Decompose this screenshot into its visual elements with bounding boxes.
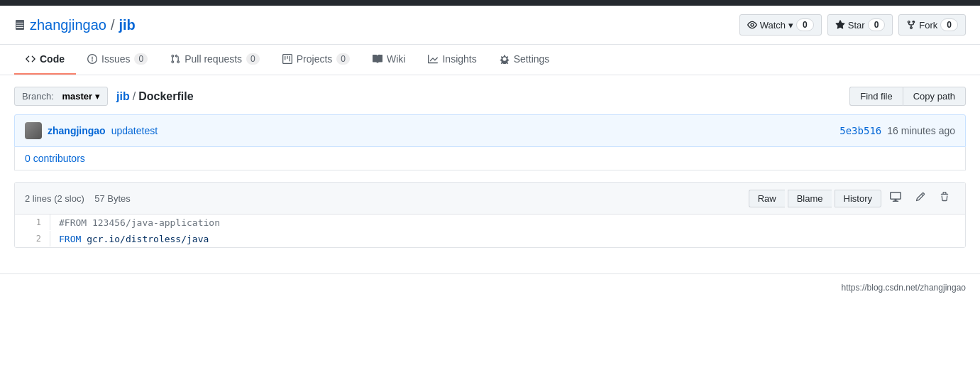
file-lines-info: 2 lines (2 sloc)	[25, 193, 84, 204]
commit-section: zhangjingao updatetest 5e3b516 16 minute…	[14, 114, 966, 170]
find-file-button[interactable]: Find file	[849, 87, 903, 106]
line-num-2: 2	[15, 231, 50, 246]
breadcrumb-buttons: Find file Copy path	[849, 87, 966, 106]
repo-header: zhangjingao / jib Watch ▾ 0 Star 0 Fork …	[0, 6, 980, 45]
display-icon-button[interactable]	[884, 188, 907, 208]
repo-title: zhangjingao / jib	[14, 17, 136, 33]
commit-message[interactable]: updatetest	[111, 125, 158, 136]
trash-icon	[940, 192, 949, 202]
star-icon	[835, 20, 845, 30]
pull-requests-icon	[170, 54, 180, 64]
eye-icon	[747, 20, 757, 30]
breadcrumb-row: Branch: master ▾ jib / Dockerfile Find f…	[14, 87, 966, 106]
copy-path-button[interactable]: Copy path	[903, 87, 966, 106]
settings-icon	[500, 54, 510, 64]
projects-badge: 0	[336, 53, 350, 65]
insights-icon	[428, 54, 438, 64]
commit-right: 5e3b516 16 minutes ago	[839, 125, 955, 136]
watch-count: 0	[796, 18, 814, 31]
fork-label: Fork	[919, 20, 937, 31]
avatar	[25, 122, 42, 139]
line-content-2: FROM gcr.io/distroless/java	[50, 231, 217, 247]
branch-name: master	[62, 91, 92, 102]
tab-issues-label: Issues	[101, 53, 130, 65]
top-navigation-bar	[0, 0, 980, 6]
code-icon	[26, 54, 35, 64]
file-size: 57 Bytes	[94, 193, 131, 204]
history-button[interactable]: History	[835, 190, 881, 207]
commit-time: 16 minutes ago	[887, 125, 955, 136]
issues-badge: 0	[134, 53, 148, 65]
branch-chevron-icon: ▾	[95, 91, 100, 102]
tab-pull-requests[interactable]: Pull requests 0	[159, 45, 271, 75]
breadcrumb-path: jib / Dockerfile	[116, 90, 194, 103]
branch-selector[interactable]: Branch: master ▾	[14, 87, 108, 106]
tab-issues[interactable]: Issues 0	[76, 45, 159, 75]
tab-wiki-label: Wiki	[387, 53, 405, 65]
tab-code[interactable]: Code	[14, 45, 76, 75]
fork-count: 0	[940, 18, 958, 31]
star-button[interactable]: Star 0	[827, 14, 893, 36]
tab-settings[interactable]: Settings	[488, 45, 561, 75]
commit-author[interactable]: zhangjingao	[48, 125, 106, 136]
repo-owner[interactable]: zhangjingao	[30, 17, 106, 33]
fork-icon	[906, 20, 916, 30]
line-content-1: #FROM 123456/java-application	[50, 215, 229, 231]
tab-pr-label: Pull requests	[185, 53, 242, 65]
repo-separator: /	[111, 17, 115, 33]
tab-settings-label: Settings	[514, 53, 550, 65]
tab-projects-label: Projects	[297, 53, 333, 65]
book-icon	[14, 19, 26, 31]
delete-button[interactable]	[934, 189, 955, 207]
commit-hash[interactable]: 5e3b516	[839, 125, 881, 136]
contributors-link[interactable]: 0 contributors	[25, 153, 85, 164]
wiki-icon	[373, 54, 382, 64]
tab-insights-label: Insights	[442, 53, 476, 65]
watch-dropdown-icon: ▾	[788, 20, 793, 31]
breadcrumb-link[interactable]: jib	[116, 90, 130, 103]
nav-tabs: Code Issues 0 Pull requests 0 Projects 0…	[0, 45, 980, 75]
file-meta: 2 lines (2 sloc) 57 Bytes	[25, 193, 131, 204]
tab-code-label: Code	[40, 53, 65, 65]
file-header: 2 lines (2 sloc) 57 Bytes Raw Blame Hist…	[15, 183, 965, 215]
breadcrumb-current: Dockerfile	[138, 90, 193, 103]
repo-name[interactable]: jib	[119, 17, 135, 33]
watch-label: Watch	[760, 20, 786, 31]
issues-icon	[87, 54, 97, 64]
raw-button[interactable]: Raw	[749, 190, 785, 207]
tab-wiki[interactable]: Wiki	[361, 45, 417, 75]
commit-info-bar: zhangjingao updatetest 5e3b516 16 minute…	[14, 114, 966, 147]
projects-icon	[282, 54, 292, 64]
tab-projects[interactable]: Projects 0	[271, 45, 361, 75]
pr-badge: 0	[246, 53, 260, 65]
file-view: 2 lines (2 sloc) 57 Bytes Raw Blame Hist…	[14, 182, 966, 248]
header-actions: Watch ▾ 0 Star 0 Fork 0	[739, 14, 966, 36]
line-num-1: 1	[15, 215, 50, 230]
footer: https://blog.csdn.net/zhangjingao	[0, 273, 980, 301]
avatar-image	[25, 122, 42, 139]
watch-button[interactable]: Watch ▾ 0	[739, 14, 822, 36]
breadcrumb-sep: /	[133, 90, 136, 103]
contributors-bar: 0 contributors	[14, 147, 966, 170]
tab-insights[interactable]: Insights	[417, 45, 488, 75]
commit-left: zhangjingao updatetest	[25, 122, 158, 139]
footer-url: https://blog.csdn.net/zhangjingao	[842, 283, 966, 293]
pencil-icon	[915, 192, 925, 202]
fork-button[interactable]: Fork 0	[898, 14, 966, 36]
content-area: Branch: master ▾ jib / Dockerfile Find f…	[0, 75, 980, 259]
blame-button[interactable]: Blame	[788, 190, 832, 207]
branch-label: Branch:	[22, 91, 54, 102]
star-label: Star	[848, 20, 865, 31]
file-code: 1 #FROM 123456/java-application 2 FROM g…	[15, 215, 965, 247]
star-count: 0	[868, 18, 886, 31]
edit-button[interactable]	[910, 189, 931, 207]
breadcrumb-left: Branch: master ▾ jib / Dockerfile	[14, 87, 194, 106]
file-actions: Raw Blame History	[749, 188, 955, 208]
code-line-1: 1 #FROM 123456/java-application	[15, 215, 965, 231]
code-line-2: 2 FROM gcr.io/distroless/java	[15, 231, 965, 247]
monitor-icon	[890, 191, 901, 202]
